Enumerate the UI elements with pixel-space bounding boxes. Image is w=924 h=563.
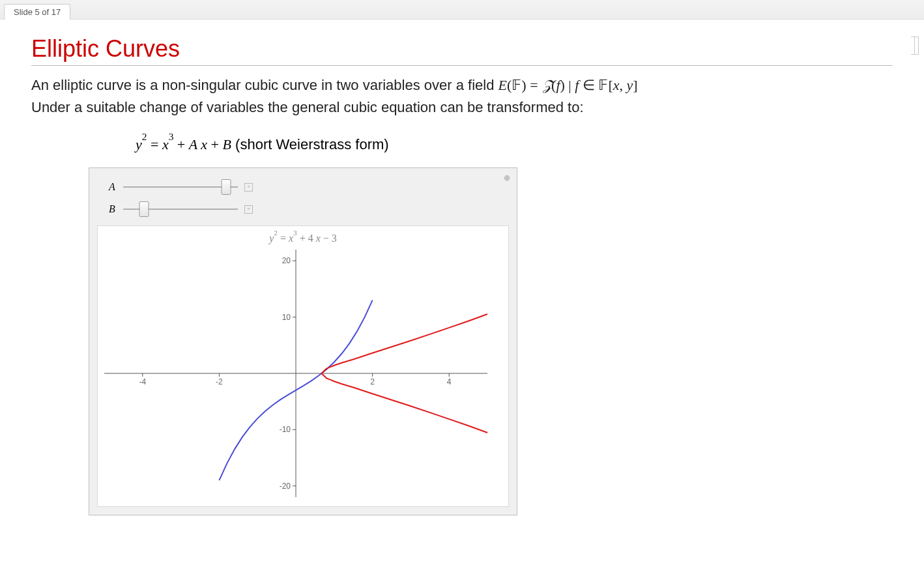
panel-plus-icon[interactable]: ⊕ xyxy=(504,173,510,182)
plot-svg: -4-224-20-101020 xyxy=(98,246,494,501)
slider-row-A: A ▫ xyxy=(97,176,509,198)
slider-row-B: B ▫ xyxy=(97,198,509,220)
slider-A[interactable] xyxy=(123,180,238,194)
body-line-1: An elliptic curve is a non-singular cubi… xyxy=(31,75,893,96)
slider-thumb-A[interactable] xyxy=(222,179,231,195)
equation-block: y2 = x3 + A x + B (short Weierstrass for… xyxy=(136,135,893,153)
plot-area: y2 = x3 + 4 x − 3 -4-224-20-101020 xyxy=(97,225,509,507)
svg-text:20: 20 xyxy=(282,256,291,265)
svg-text:4: 4 xyxy=(447,377,452,386)
svg-text:-2: -2 xyxy=(216,377,223,386)
svg-text:10: 10 xyxy=(282,313,291,322)
svg-text:-4: -4 xyxy=(139,377,146,386)
slider-label-A: A xyxy=(109,181,123,193)
slider-B[interactable] xyxy=(123,202,238,216)
slide-tab[interactable]: Slide 5 of 17 xyxy=(4,4,70,20)
svg-text:-20: -20 xyxy=(280,482,291,491)
body-line-1-text: An elliptic curve is a non-singular cubi… xyxy=(31,77,498,93)
slide-tab-label: Slide 5 of 17 xyxy=(14,7,61,17)
plot-title: y2 = x3 + 4 x − 3 xyxy=(98,231,508,244)
slider-expand-B-icon[interactable]: ▫ xyxy=(244,205,253,214)
title-rule xyxy=(31,65,893,66)
slider-track xyxy=(123,186,238,188)
svg-text:2: 2 xyxy=(370,377,375,386)
slide-title: Elliptic Curves xyxy=(31,35,893,63)
slider-expand-A-icon[interactable]: ▫ xyxy=(244,183,253,192)
equation-annotation: (short Weierstrass form) xyxy=(235,136,389,152)
body-line-2: Under a suitable change of variables the… xyxy=(31,97,893,118)
manipulate-panel: ⊕ A ▫ B ▫ y2 = x3 + 4 x − 3 -4-224-20-10… xyxy=(89,167,517,515)
slider-thumb-B[interactable] xyxy=(139,201,149,217)
slide-content: Elliptic Curves An elliptic curve is a n… xyxy=(0,20,924,515)
slider-label-B: B xyxy=(109,203,123,215)
svg-text:-10: -10 xyxy=(280,425,291,434)
body-line-1-math: E xyxy=(498,77,507,93)
tab-bar: Slide 5 of 17 xyxy=(0,0,924,20)
